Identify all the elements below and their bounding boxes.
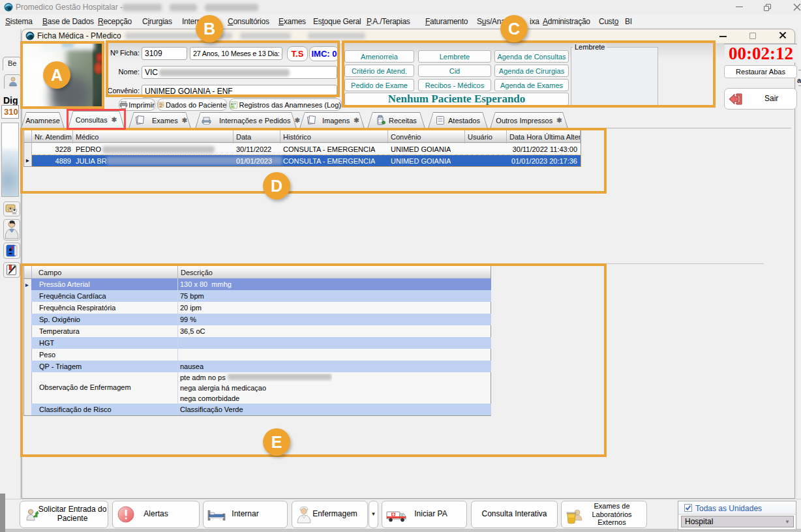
svg-text:ACT: ACT xyxy=(231,102,237,105)
svg-text:LOG: LOG xyxy=(231,105,236,108)
